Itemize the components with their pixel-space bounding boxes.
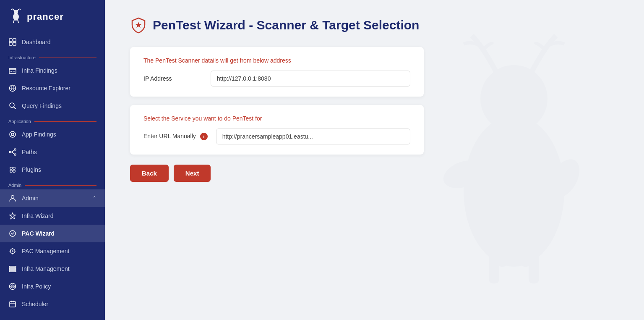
main-content: PenTest Wizard - Scanner & Target Select… bbox=[105, 0, 644, 320]
svg-rect-12 bbox=[9, 42, 12, 45]
query-findings-icon bbox=[8, 102, 17, 110]
resource-explorer-icon bbox=[8, 84, 17, 92]
svg-rect-26 bbox=[10, 167, 12, 169]
svg-point-46 bbox=[480, 65, 548, 132]
logo-text: prancer bbox=[27, 11, 64, 22]
url-input[interactable] bbox=[216, 129, 410, 144]
ip-address-section: The PenTest Scanner datails will get fro… bbox=[130, 47, 424, 97]
svg-point-33 bbox=[12, 250, 13, 252]
svg-rect-47 bbox=[489, 254, 499, 283]
pac-management-icon bbox=[8, 247, 17, 255]
svg-rect-29 bbox=[13, 170, 15, 172]
sidebar-item-admin[interactable]: Admin ⌃ bbox=[0, 189, 105, 207]
page-title: PenTest Wizard - Scanner & Target Select… bbox=[153, 18, 419, 32]
sidebar-item-query-findings[interactable]: Query Findings bbox=[0, 97, 105, 115]
page-title-row: PenTest Wizard - Scanner & Target Select… bbox=[130, 17, 619, 34]
svg-rect-13 bbox=[13, 42, 16, 45]
sidebar-item-dashboard[interactable]: Dashboard bbox=[0, 33, 105, 51]
button-row: Back Next bbox=[130, 165, 619, 182]
svg-line-3 bbox=[11, 9, 13, 10]
shield-star-icon bbox=[130, 17, 147, 34]
svg-rect-16 bbox=[13, 71, 15, 72]
infrastructure-section: Infrastructure bbox=[0, 51, 105, 62]
sidebar-scheduler-label: Scheduler bbox=[22, 301, 96, 307]
svg-rect-27 bbox=[13, 167, 15, 169]
sidebar-item-infra-policy[interactable]: Infra Policy bbox=[0, 278, 105, 295]
sidebar-app-findings-label: App Findings bbox=[22, 131, 96, 138]
info-icon[interactable]: i bbox=[200, 133, 208, 140]
sidebar-item-infra-findings[interactable]: Infra Findings bbox=[0, 62, 105, 79]
plugins-icon bbox=[8, 165, 17, 174]
sidebar-infra-management-label: Infra Management bbox=[22, 265, 96, 272]
back-button[interactable]: Back bbox=[130, 165, 169, 182]
sidebar-dashboard-label: Dashboard bbox=[22, 39, 96, 45]
next-button[interactable]: Next bbox=[174, 165, 211, 182]
logo-icon bbox=[8, 8, 23, 26]
svg-rect-48 bbox=[529, 254, 539, 283]
pac-wizard-icon bbox=[8, 229, 17, 238]
svg-point-25 bbox=[14, 154, 16, 155]
svg-rect-34 bbox=[9, 266, 16, 268]
infra-wizard-icon bbox=[8, 212, 17, 220]
sidebar-resource-explorer-label: Resource Explorer bbox=[22, 85, 96, 92]
svg-rect-40 bbox=[10, 302, 16, 307]
svg-line-8 bbox=[13, 20, 14, 23]
sidebar-plugins-label: Plugins bbox=[22, 166, 96, 173]
section2-subtitle: Select the Service you want to do PenTes… bbox=[143, 115, 410, 122]
svg-line-9 bbox=[18, 20, 18, 23]
sidebar-item-resource-explorer[interactable]: Resource Explorer bbox=[0, 79, 105, 97]
ip-address-label: IP Address bbox=[143, 75, 202, 82]
app-findings-icon bbox=[8, 130, 17, 139]
url-row: Enter URL Manually i bbox=[143, 129, 410, 144]
svg-rect-50 bbox=[520, 246, 531, 267]
svg-line-6 bbox=[19, 9, 21, 10]
section1-subtitle: The PenTest Scanner datails will get fro… bbox=[143, 57, 410, 64]
sidebar-item-infra-management[interactable]: Infra Management bbox=[0, 260, 105, 278]
sidebar-pac-wizard-label: PAC Wizard bbox=[22, 230, 96, 237]
logo-area: prancer bbox=[0, 0, 105, 33]
svg-rect-10 bbox=[9, 39, 12, 42]
sidebar-item-paths[interactable]: Paths bbox=[0, 143, 105, 161]
scheduler-icon bbox=[8, 300, 17, 308]
sidebar-pac-management-label: PAC Management bbox=[22, 248, 96, 254]
infra-findings-icon bbox=[8, 66, 17, 75]
admin-chevron-icon: ⌃ bbox=[92, 195, 96, 201]
dashboard-icon bbox=[8, 38, 17, 46]
svg-rect-28 bbox=[10, 170, 12, 172]
admin-icon bbox=[8, 194, 17, 202]
infra-management-icon bbox=[8, 265, 17, 273]
sidebar-admin-label: Admin bbox=[22, 195, 87, 202]
paths-icon bbox=[8, 148, 17, 156]
ip-address-row: IP Address bbox=[143, 71, 410, 87]
sidebar-item-pac-management[interactable]: PAC Management bbox=[0, 242, 105, 260]
watermark bbox=[409, 8, 619, 294]
url-section: Select the Service you want to do PenTes… bbox=[130, 105, 424, 155]
svg-rect-35 bbox=[9, 268, 16, 270]
svg-point-23 bbox=[9, 151, 11, 153]
sidebar-item-pac-wizard[interactable]: PAC Wizard bbox=[0, 225, 105, 242]
svg-rect-15 bbox=[10, 71, 12, 72]
url-label: Enter URL Manually i bbox=[143, 133, 208, 140]
sidebar-infra-findings-label: Infra Findings bbox=[22, 67, 96, 74]
svg-line-20 bbox=[14, 107, 16, 109]
svg-point-21 bbox=[10, 131, 16, 137]
sidebar-query-findings-label: Query Findings bbox=[22, 102, 96, 109]
sidebar-item-scheduler[interactable]: Scheduler bbox=[0, 295, 105, 313]
sidebar-item-infra-wizard[interactable]: Infra Wizard bbox=[0, 207, 105, 225]
ip-address-input[interactable] bbox=[211, 71, 410, 87]
sidebar-infra-policy-label: Infra Policy bbox=[22, 283, 96, 290]
admin-section: Admin bbox=[0, 178, 105, 189]
svg-rect-36 bbox=[9, 270, 16, 272]
sidebar: prancer Dashboard Infrastructure Infra F… bbox=[0, 0, 105, 320]
sidebar-item-plugins[interactable]: Plugins bbox=[0, 161, 105, 178]
svg-point-24 bbox=[14, 149, 16, 150]
svg-rect-49 bbox=[497, 246, 508, 267]
sidebar-infra-wizard-label: Infra Wizard bbox=[22, 212, 96, 219]
sidebar-item-app-findings[interactable]: App Findings bbox=[0, 126, 105, 143]
svg-rect-11 bbox=[13, 39, 16, 42]
svg-point-44 bbox=[464, 115, 564, 267]
svg-point-30 bbox=[11, 196, 14, 199]
svg-point-22 bbox=[11, 133, 14, 136]
sidebar-paths-label: Paths bbox=[22, 149, 96, 155]
infra-policy-icon bbox=[8, 282, 17, 291]
